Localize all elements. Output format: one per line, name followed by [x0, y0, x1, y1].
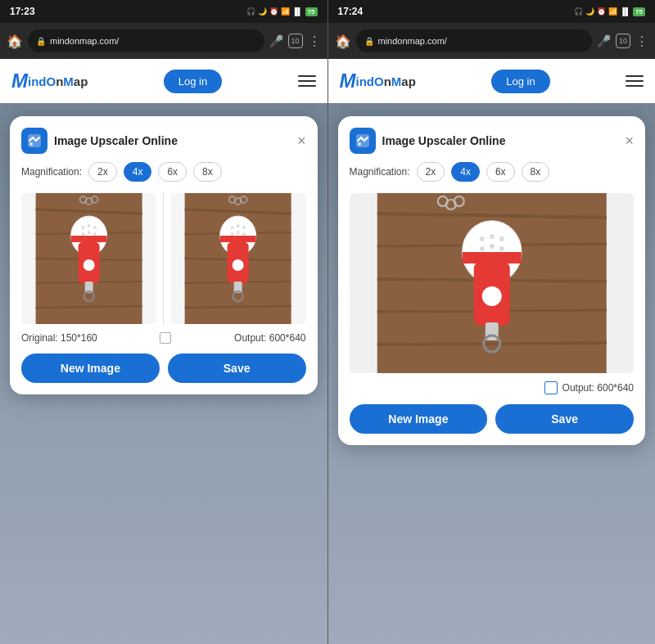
url-text-right: mindonmap.com/ — [378, 36, 447, 46]
home-icon-left[interactable]: 🏠 — [7, 34, 23, 49]
logo-text-left: indOnMap — [28, 74, 88, 88]
wifi-icon-right: 📶 — [608, 7, 617, 16]
svg-point-14 — [88, 224, 91, 227]
hamburger-right[interactable] — [626, 75, 644, 87]
browser-bar-right: 🏠 🔒 mindonmap.com/ 🎤 10 ⋮ — [328, 23, 656, 59]
status-icons-left: 🎧 🌙 ⏰ 📶 ▐▌ 75 — [246, 7, 318, 16]
svg-point-20 — [84, 259, 95, 271]
battery-badge-right: 75 — [633, 7, 645, 16]
svg-point-58 — [489, 234, 494, 239]
nav-bar-left: M indOnMap Log in — [0, 59, 328, 103]
logo-m-left: M — [11, 70, 28, 92]
action-row-left: New Image Save — [21, 354, 306, 383]
image-divider-left — [163, 193, 164, 324]
svg-point-15 — [93, 226, 97, 229]
logo-right: M indOnMap — [340, 70, 416, 92]
mag-2x-right[interactable]: 2x — [417, 162, 445, 182]
new-image-button-right[interactable]: New Image — [350, 404, 488, 434]
svg-point-17 — [88, 231, 91, 234]
mag-8x-left[interactable]: 8x — [193, 162, 222, 182]
svg-point-62 — [499, 246, 504, 251]
status-bar-left: 17:23 🎧 🌙 ⏰ 📶 ▐▌ 75 — [0, 0, 328, 23]
mag-6x-right[interactable]: 6x — [486, 162, 515, 182]
moon-icon: 🌙 — [258, 7, 267, 16]
app-icon-left — [21, 128, 47, 154]
tab-badge-left[interactable]: 10 — [288, 34, 303, 48]
lock-icon-right: 🔒 — [364, 37, 374, 46]
url-bar-left[interactable]: 🔒 mindonmap.com/ — [28, 29, 264, 52]
login-button-left[interactable]: Log in — [164, 70, 222, 93]
status-time-right: 17:24 — [338, 6, 364, 17]
dots-menu-left[interactable]: ⋮ — [308, 34, 321, 49]
mag-6x-left[interactable]: 6x — [158, 162, 187, 182]
svg-point-1 — [29, 142, 33, 146]
output-label-right: Output: 600*640 — [562, 382, 634, 394]
signal-icon: ▐▌ — [292, 7, 303, 16]
status-icons-right: 🎧 🌙 ⏰ 📶 ▐▌ 75 — [574, 7, 645, 16]
action-row-right: New Image Save — [350, 404, 635, 434]
mag-4x-left[interactable]: 4x — [124, 162, 152, 182]
output-image-left — [170, 193, 305, 324]
app-icon-right — [350, 128, 376, 154]
mag-label-left: Magnification: — [21, 166, 82, 178]
mic-icon-left[interactable]: 🎤 — [269, 34, 283, 47]
lock-icon-left: 🔒 — [36, 37, 46, 46]
moon-icon-right: 🌙 — [585, 7, 594, 16]
url-text-left: mindonmap.com/ — [50, 36, 119, 46]
modal-title-left: Image Upscaler Online — [54, 134, 178, 147]
home-icon-right[interactable]: 🏠 — [335, 34, 351, 49]
logo-m-right: M — [340, 70, 356, 92]
single-image-right — [350, 193, 635, 373]
login-button-right[interactable]: Log in — [491, 70, 549, 93]
modal-title-row-right: Image Upscaler Online — [350, 128, 506, 154]
dots-menu-right[interactable]: ⋮ — [635, 34, 648, 49]
svg-point-18 — [93, 232, 97, 236]
status-bar-right: 17:24 🎧 🌙 ⏰ 📶 ▐▌ 75 — [328, 0, 656, 23]
info-row-left: Original: 150*160 Output: 600*640 — [21, 332, 306, 344]
tab-badge-right[interactable]: 10 — [616, 34, 630, 48]
modal-card-right: Image Upscaler Online × Magnification: 2… — [338, 116, 646, 445]
svg-rect-12 — [71, 236, 107, 242]
svg-point-41 — [233, 259, 244, 271]
close-button-left[interactable]: × — [297, 133, 306, 148]
mic-icon-right[interactable]: 🎤 — [597, 34, 611, 47]
close-button-right[interactable]: × — [625, 133, 634, 148]
main-content-right: Image Upscaler Online × Magnification: 2… — [328, 103, 656, 644]
hamburger-left[interactable] — [298, 75, 316, 87]
svg-point-35 — [237, 224, 240, 227]
wifi-icon: 📶 — [281, 7, 290, 16]
svg-point-13 — [82, 226, 85, 229]
svg-point-45 — [358, 142, 361, 146]
mag-8x-right[interactable]: 8x — [522, 162, 550, 182]
original-image-left — [21, 193, 156, 324]
alarm-icon-right: ⏰ — [597, 7, 606, 16]
logo-left: M indOnMap — [11, 70, 88, 92]
mag-row-left: Magnification: 2x 4x 6x 8x — [21, 162, 306, 182]
mag-4x-right[interactable]: 4x — [451, 162, 480, 182]
svg-point-39 — [242, 232, 246, 236]
new-image-button-left[interactable]: New Image — [21, 354, 160, 383]
logo-text-right: indOnMap — [356, 74, 416, 88]
battery-badge-left: 75 — [305, 7, 318, 16]
checkbox-left[interactable] — [160, 332, 171, 344]
modal-title-right: Image Upscaler Online — [382, 134, 506, 147]
svg-point-57 — [479, 236, 484, 241]
alarm-icon: ⏰ — [269, 7, 278, 16]
modal-title-row-left: Image Upscaler Online — [21, 128, 178, 154]
mag-2x-left[interactable]: 2x — [88, 162, 117, 182]
save-button-right[interactable]: Save — [495, 404, 634, 434]
svg-point-37 — [231, 232, 234, 236]
output-label-left: Output: 600*640 — [234, 332, 305, 344]
svg-point-64 — [481, 286, 501, 306]
headphone-icon-right: 🎧 — [574, 7, 583, 16]
right-phone-panel: 17:24 🎧 🌙 ⏰ 📶 ▐▌ 75 🏠 🔒 mindonmap.com/ 🎤… — [328, 0, 656, 644]
svg-point-60 — [479, 246, 484, 251]
checkbox-right[interactable] — [544, 381, 558, 394]
svg-line-51 — [377, 343, 606, 345]
headphone-icon: 🎧 — [246, 7, 255, 16]
mag-label-right: Magnification: — [350, 166, 410, 178]
svg-rect-33 — [220, 236, 256, 242]
save-button-left[interactable]: Save — [168, 354, 306, 383]
nav-bar-right: M indOnMap Log in — [328, 59, 656, 103]
url-bar-right[interactable]: 🔒 mindonmap.com/ — [356, 29, 593, 52]
